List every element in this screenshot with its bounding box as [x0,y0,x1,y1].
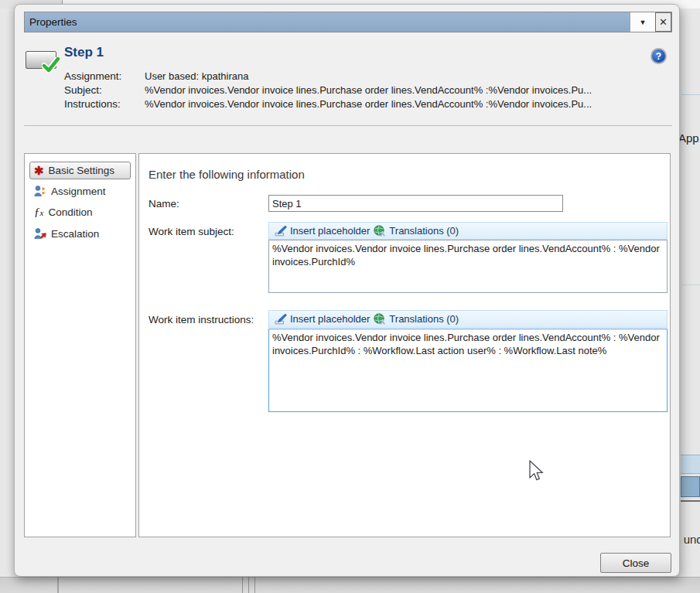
background-splitter [242,577,243,593]
sidebar-item-condition[interactable]: ƒx Condition [29,203,131,222]
work-item-instructions-textarea[interactable]: %Vendor invoices.Vendor invoice lines.Pu… [268,329,668,412]
dialog-titlebar[interactable]: Properties ▼ ✕ [24,12,672,32]
background-splitter [254,577,255,593]
work-item-instructions-label: Work item instructions: [149,314,254,325]
settings-sidebar: ✱ Basic Settings Assignment ƒx Condition [24,153,136,537]
green-check-icon [42,57,60,73]
step-summary: Assignment: User based: kpathirana Subje… [64,70,675,110]
sidebar-item-basic-settings[interactable]: ✱ Basic Settings [29,162,131,179]
summary-label: Assignment: [64,70,145,82]
sidebar-item-label: Condition [48,206,92,218]
person-assignment-icon [34,185,46,197]
background-splitter [248,577,249,593]
panel-heading: Enter the following information [149,168,305,181]
header-separator [24,125,672,126]
step-title: Step 1 [64,45,104,60]
background-grid-row-selected [681,476,700,497]
sidebar-item-assignment[interactable]: Assignment [29,182,131,200]
work-item-subject-textarea[interactable]: %Vendor invoices.Vendor invoice lines.Pu… [268,240,668,293]
background-divider [681,94,700,95]
titlebar-dropdown-button[interactable]: ▼ [630,12,655,32]
sidebar-item-escalation[interactable]: Escalation [29,224,131,243]
name-input[interactable] [268,195,563,212]
globe-translations-icon: A [374,225,386,237]
svg-text:A: A [381,319,386,325]
asterisk-icon: ✱ [34,165,44,176]
background-clipped-text: App [678,131,699,145]
subject-toolbar: Insert placeholder A Translations (0) [268,222,668,240]
background-splitter [57,577,59,593]
insert-placeholder-icon [274,225,287,237]
summary-value: User based: kpathirana [145,70,675,82]
instructions-toolbar: Insert placeholder A Translations (0) [268,310,668,328]
sidebar-item-label: Assignment [51,186,106,197]
insert-placeholder-icon [274,313,287,325]
help-icon[interactable]: ? [650,48,667,64]
summary-label: Instructions: [64,98,145,110]
name-label: Name: [149,198,179,210]
background-window-bottom [0,577,700,593]
translations-button[interactable]: A Translations (0) [374,225,459,237]
globe-translations-icon: A [374,313,386,325]
work-item-subject-label: Work item subject: [149,226,234,237]
titlebar-close-button[interactable]: ✕ [655,12,671,32]
svg-text:A: A [381,230,386,237]
chevron-down-icon: ▼ [640,19,647,26]
person-escalation-icon [34,227,46,240]
summary-label: Subject: [64,84,145,96]
sidebar-item-label: Escalation [51,228,99,240]
translations-button[interactable]: A Translations (0) [374,313,459,325]
close-icon: ✕ [659,16,668,28]
function-fx-icon: ƒx [34,206,43,219]
close-button[interactable]: Close [600,553,671,573]
background-divider [681,500,700,502]
sidebar-item-label: Basic Settings [49,165,115,176]
background-grid-header [681,455,700,474]
dialog-title: Properties [25,12,630,32]
summary-value: %Vendor invoices.Vendor invoice lines.Pu… [145,84,675,96]
basic-settings-panel: Enter the following information Name: Wo… [138,153,671,537]
workflow-step-icon [26,49,63,82]
screen: App s und Properties ▼ ✕ ? [0,0,700,593]
properties-dialog: Properties ▼ ✕ ? Step 1 Assignment: User… [14,4,680,577]
insert-placeholder-button[interactable]: Insert placeholder [274,225,370,237]
insert-placeholder-button[interactable]: Insert placeholder [274,313,370,325]
background-divider [681,285,700,285]
summary-value: %Vendor invoices.Vendor invoice lines.Pu… [145,98,675,110]
